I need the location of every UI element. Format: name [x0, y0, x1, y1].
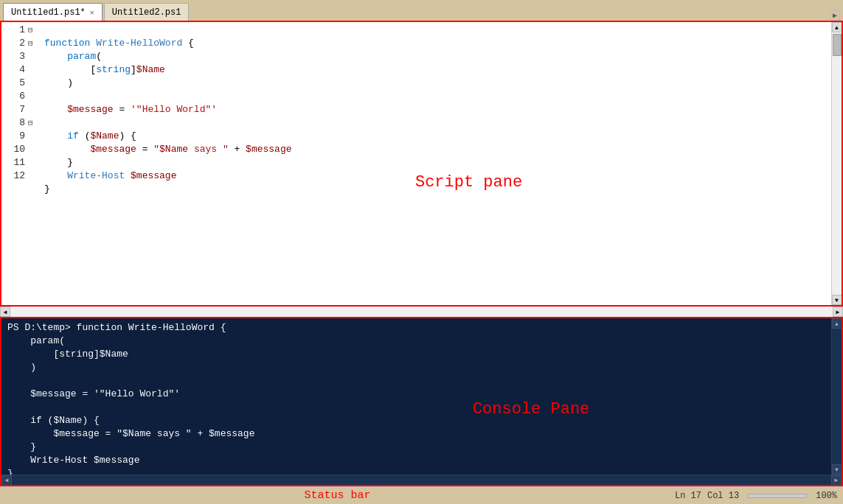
line-spacer: [28, 156, 38, 169]
line-num: 1: [7, 24, 25, 37]
zoom-slider[interactable]: [748, 494, 807, 498]
line-num: 6: [7, 90, 25, 103]
console-scroll-down[interactable]: ▼: [832, 464, 842, 475]
console-h-right[interactable]: ▶: [831, 475, 842, 486]
script-h-scrollbar[interactable]: ◀ ▶: [0, 307, 843, 317]
line-spacer: [28, 63, 38, 77]
status-bar: Status bar Ln 17 Col 13 100%: [0, 486, 843, 504]
status-right: Ln 17 Col 13 100%: [675, 491, 843, 501]
collapse-icon[interactable]: ⊟: [28, 37, 38, 50]
tab-scroll-right[interactable]: ▶: [830, 10, 840, 21]
line-num: 4: [7, 63, 25, 77]
line-num: 12: [7, 169, 25, 183]
status-bar-label: Status bar: [0, 489, 675, 502]
status-ln: Ln 17: [675, 491, 701, 501]
line-spacer: [28, 77, 38, 90]
script-scrollbar-v[interactable]: ▲ ▼: [831, 22, 842, 305]
line-numbers: 1 2 3 4 5 6 7 8 9 10 11 12: [1, 22, 28, 305]
collapse-icons: ⊟ ⊟ ⊟: [28, 22, 38, 305]
line-spacer: [28, 143, 38, 156]
tab-untitled1-close[interactable]: ✕: [90, 8, 94, 17]
main-area: 1 2 3 4 5 6 7 8 9 10 11 12 ⊟ ⊟: [0, 21, 843, 504]
tab-bar: Untitled1.ps1* ✕ Untitled2.ps1 ▶: [0, 0, 843, 21]
line-spacer: [28, 130, 38, 143]
line-num: 7: [7, 103, 25, 116]
console-pane: PS D:\temp> function Write-HelloWord { p…: [0, 317, 843, 486]
line-spacer: [28, 50, 38, 63]
scrollbar-up-btn[interactable]: ▲: [832, 22, 842, 32]
line-num: 10: [7, 143, 25, 156]
h-scroll-track: [10, 307, 833, 317]
line-num: 11: [7, 156, 25, 169]
console-h-track: [12, 475, 831, 486]
line-num: 8: [7, 116, 25, 130]
scrollbar-down-btn[interactable]: ▼: [832, 295, 842, 305]
scrollbar-thumb[interactable]: [833, 34, 842, 56]
tab-untitled2[interactable]: Untitled2.ps1: [104, 3, 190, 21]
line-num: 3: [7, 50, 25, 63]
console-scrollbar-v[interactable]: ▲ ▼: [831, 318, 842, 475]
tab-untitled1[interactable]: Untitled1.ps1* ✕: [3, 3, 103, 21]
script-content: 1 2 3 4 5 6 7 8 9 10 11 12 ⊟ ⊟: [1, 22, 842, 305]
line-spacer: [28, 103, 38, 116]
console-h-left[interactable]: ◀: [1, 475, 12, 486]
status-zoom: 100%: [816, 491, 837, 501]
h-scroll-right-btn[interactable]: ▶: [833, 307, 843, 317]
console-scroll-up[interactable]: ▲: [832, 318, 842, 329]
status-col: Col 13: [707, 491, 739, 501]
tab-untitled2-label: Untitled2.ps1: [112, 7, 181, 18]
collapse-icon[interactable]: ⊟: [28, 24, 38, 37]
line-num: 2: [7, 37, 25, 50]
collapse-icon[interactable]: ⊟: [28, 116, 38, 130]
tab-untitled1-label: Untitled1.ps1*: [11, 7, 86, 18]
line-spacer: [28, 90, 38, 103]
console-content: PS D:\temp> function Write-HelloWord { p…: [1, 318, 842, 475]
line-num: 9: [7, 130, 25, 143]
console-h-scrollbar[interactable]: ◀ ▶: [1, 475, 842, 485]
line-num: 5: [7, 77, 25, 90]
line-spacer: [28, 169, 38, 183]
h-scroll-left-btn[interactable]: ◀: [0, 307, 10, 317]
console-text[interactable]: PS D:\temp> function Write-HelloWord { p…: [1, 318, 831, 475]
code-editor[interactable]: function Write-HelloWord { param( [strin…: [38, 22, 831, 305]
script-pane: 1 2 3 4 5 6 7 8 9 10 11 12 ⊟ ⊟: [0, 21, 843, 307]
